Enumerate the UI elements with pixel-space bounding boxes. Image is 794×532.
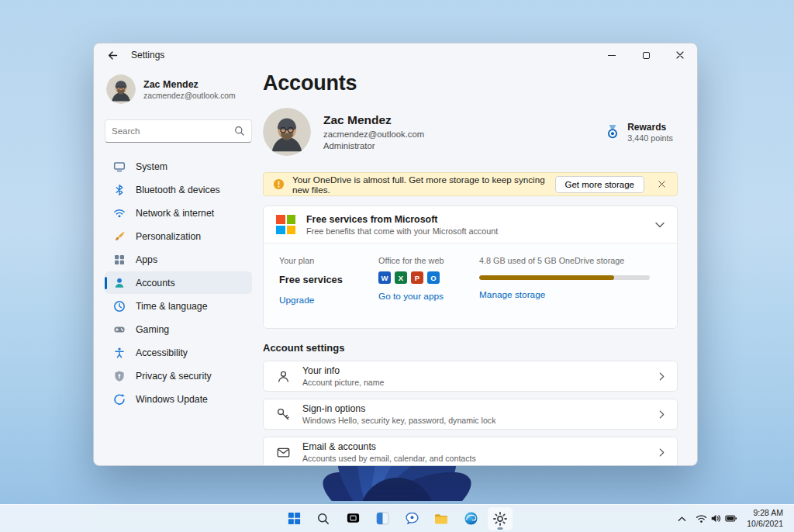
- profile-name: Zac Mendez: [323, 113, 424, 127]
- chat-button[interactable]: [399, 507, 424, 530]
- sidebar-item-windows-update[interactable]: Windows Update: [105, 388, 252, 410]
- task-view-icon: [346, 511, 361, 526]
- wifi-icon: [696, 514, 707, 523]
- word-icon: W: [378, 271, 391, 284]
- setting-row-sign-in-options[interactable]: Sign-in options Windows Hello, security …: [263, 399, 678, 430]
- chevron-right-icon: [659, 372, 665, 381]
- rewards-badge[interactable]: Rewards 3,440 points: [604, 122, 678, 143]
- storage-progress-bar: [479, 275, 650, 280]
- setting-title: Sign-in options: [302, 403, 495, 414]
- banner-message: Your OneDrive is almost full. Get more s…: [292, 174, 547, 195]
- maximize-button[interactable]: [629, 43, 663, 67]
- apps-icon: [113, 254, 126, 266]
- close-button[interactable]: [663, 43, 697, 67]
- sidebar-nav: System Bluetooth & devices Network & int…: [105, 155, 252, 410]
- sidebar-item-label: Accounts: [136, 278, 175, 288]
- sidebar-item-network-internet[interactable]: Network & internet: [105, 202, 252, 224]
- account-settings-header: Account settings: [263, 342, 678, 354]
- taskbar-center-icons: [281, 507, 513, 530]
- settings-button[interactable]: [488, 507, 513, 530]
- sidebar-item-label: Privacy & security: [136, 371, 212, 382]
- office-app-icons: W X P O: [378, 271, 444, 284]
- sidebar-item-label: Time & language: [136, 301, 208, 312]
- go-to-apps-link[interactable]: Go to your apps: [378, 291, 444, 302]
- outlook-icon: O: [427, 271, 440, 284]
- search-box[interactable]: [105, 119, 252, 143]
- chevron-right-icon: [659, 410, 665, 419]
- page-title: Accounts: [263, 71, 678, 95]
- sidebar-item-system[interactable]: System: [105, 155, 252, 178]
- manage-storage-link[interactable]: Manage storage: [479, 289, 545, 300]
- search-input[interactable]: [112, 126, 234, 136]
- banner-close-button[interactable]: [652, 175, 671, 194]
- windows-update-icon: [113, 393, 126, 406]
- office-column: Office for the web W X P O Go to your ap…: [378, 256, 444, 302]
- account-profile-header: Zac Mendez zacmendez@outlook.com Adminis…: [263, 108, 678, 156]
- edge-icon: [464, 511, 478, 526]
- accounts-icon: [113, 277, 126, 289]
- excel-icon: X: [395, 271, 407, 284]
- plan-value: Free services: [279, 274, 343, 285]
- search-icon: [316, 512, 330, 526]
- sidebar-profile[interactable]: Zac Mendez zacmendez@outlook.com: [105, 70, 252, 109]
- sidebar-item-label: Apps: [136, 254, 157, 265]
- start-button[interactable]: [281, 507, 306, 530]
- task-view-button[interactable]: [340, 507, 365, 530]
- sidebar-item-label: Network & internet: [136, 208, 214, 219]
- search-button[interactable]: [311, 507, 336, 530]
- selected-accent-bar: [105, 277, 107, 289]
- gaming-icon: [113, 323, 126, 336]
- warning-icon: [273, 178, 285, 190]
- sidebar-item-label: Bluetooth & devices: [136, 185, 220, 195]
- free-services-card: Free services from Microsoft Free benefi…: [263, 206, 678, 329]
- profile-role: Administrator: [323, 141, 424, 150]
- sidebar-item-apps[interactable]: Apps: [105, 248, 252, 271]
- chat-icon: [405, 511, 419, 526]
- close-icon: [658, 181, 665, 188]
- sidebar-item-time-language[interactable]: Time & language: [105, 295, 252, 317]
- search-icon: [234, 126, 245, 136]
- sidebar-item-bluetooth-devices[interactable]: Bluetooth & devices: [105, 178, 252, 201]
- network-icon: [113, 207, 126, 219]
- sidebar-item-personalization[interactable]: Personalization: [105, 225, 252, 247]
- close-icon: [676, 51, 684, 59]
- sidebar-item-privacy-security[interactable]: Privacy & security: [105, 364, 252, 387]
- tray-status-icons[interactable]: [692, 510, 740, 527]
- widgets-icon: [375, 511, 390, 526]
- back-button[interactable]: [103, 47, 122, 64]
- sidebar-item-gaming[interactable]: Gaming: [105, 318, 252, 340]
- rewards-points: 3,440 points: [627, 133, 673, 143]
- main-content: Accounts: [263, 67, 697, 465]
- setting-title: Your info: [302, 365, 384, 376]
- sidebar-item-accounts[interactable]: Accounts: [105, 271, 252, 294]
- sidebar-user-email: zacmendez@outlook.com: [143, 92, 236, 100]
- free-services-header[interactable]: Free services from Microsoft Free benefi…: [264, 206, 677, 243]
- setting-row-your-info[interactable]: Your info Account picture, name: [263, 361, 678, 392]
- window-controls: [595, 43, 697, 67]
- setting-row-email-accounts[interactable]: Email & accounts Accounts used by email,…: [263, 437, 678, 466]
- taskbar-clock[interactable]: 9:28 AM 10/6/2021: [747, 508, 789, 528]
- free-services-details: Your plan Free services Upgrade Office f…: [264, 243, 677, 328]
- sidebar-item-label: Accessibility: [136, 347, 188, 358]
- powerpoint-icon: P: [411, 271, 423, 284]
- rewards-icon: [604, 123, 621, 140]
- settings-window: Settings: [93, 43, 698, 466]
- battery-icon: [725, 514, 737, 523]
- privacy-icon: [113, 370, 126, 382]
- tray-chevron-button[interactable]: [678, 516, 686, 522]
- file-explorer-button[interactable]: [429, 507, 454, 530]
- chevron-down-icon: [655, 222, 665, 228]
- plan-column: Your plan Free services Upgrade: [279, 256, 343, 306]
- person-icon: [276, 369, 291, 384]
- edge-button[interactable]: [458, 507, 483, 530]
- upgrade-link[interactable]: Upgrade: [279, 295, 314, 306]
- storage-label: 4.8 GB used of 5 GB OneDrive storage: [479, 256, 650, 265]
- volume-icon: [710, 513, 722, 523]
- sidebar-item-accessibility[interactable]: Accessibility: [105, 341, 252, 364]
- widgets-button[interactable]: [370, 507, 395, 530]
- minimize-button[interactable]: [595, 43, 629, 67]
- get-more-storage-button[interactable]: Get more storage: [555, 176, 644, 193]
- file-explorer-icon: [433, 512, 449, 526]
- setting-subtitle: Windows Hello, security key, password, d…: [302, 416, 495, 425]
- avatar: [263, 108, 311, 156]
